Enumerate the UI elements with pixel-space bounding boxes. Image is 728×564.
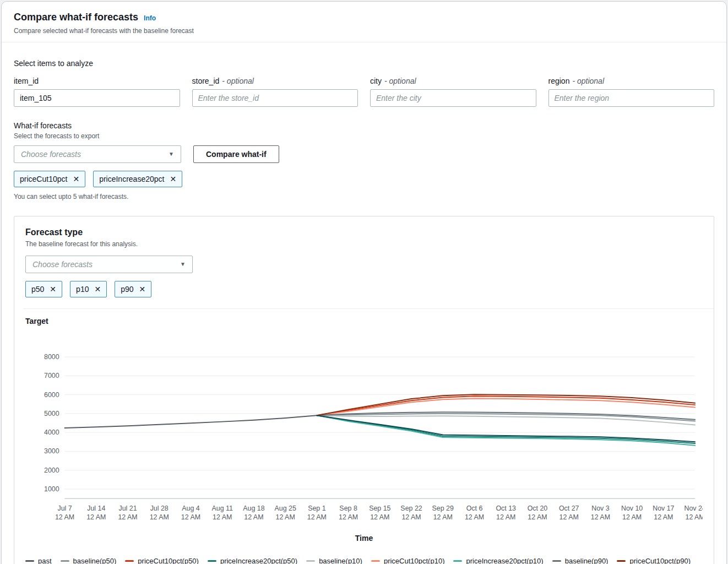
item-id-label: item_id (14, 77, 180, 85)
svg-text:Sep 1512 AM: Sep 1512 AM (369, 505, 390, 521)
legend-item-baseline(p50)[interactable]: baseline(p50) (61, 557, 117, 564)
legend-item-baseline(p90)[interactable]: baseline(p90) (552, 557, 609, 564)
legend-item-priceCut10pct(p50)[interactable]: priceCut10pct(p50) (125, 557, 199, 564)
caret-down-icon: ▼ (180, 262, 186, 267)
select-items-section-label: Select items to analyze (14, 59, 714, 68)
legend-swatch (617, 560, 626, 562)
caret-down-icon: ▼ (169, 151, 174, 157)
series-line-past (65, 415, 317, 428)
whatif-forecasts-select[interactable]: Choose forecasts ▼ (14, 145, 181, 163)
forecast-chart: 10002000300040005000600070008000Jul 712 … (25, 340, 703, 533)
store-id-label: store_id- optional (192, 77, 358, 85)
info-link[interactable]: Info (144, 14, 156, 22)
svg-text:Sep 112 AM: Sep 112 AM (307, 505, 327, 521)
item-id-field-group: item_id (14, 77, 180, 107)
legend-item-priceCut10pct(p90)[interactable]: priceCut10pct(p90) (617, 557, 691, 564)
legend-swatch (371, 560, 380, 562)
legend-label: priceIncrease20pct(p50) (220, 557, 297, 564)
legend-swatch (208, 560, 216, 562)
svg-text:8000: 8000 (44, 353, 59, 361)
page-content: Select items to analyze item_id store_id… (2, 42, 726, 564)
forecast-type-select-placeholder: Choose forecasts (32, 260, 93, 269)
store-id-input[interactable] (192, 89, 358, 107)
legend-swatch (61, 560, 69, 562)
series-line-priceIncrease20pct(p50) (317, 415, 695, 443)
city-label: city- optional (370, 77, 536, 85)
svg-text:6000: 6000 (44, 391, 59, 399)
svg-text:4000: 4000 (44, 429, 59, 436)
token-p50[interactable]: p50 ✕ (25, 281, 62, 297)
svg-text:Oct 2012 AM: Oct 2012 AM (528, 505, 548, 521)
region-field-group: region- optional (548, 77, 715, 107)
token-priceIncrease20pct[interactable]: priceIncrease20pct ✕ (93, 171, 182, 187)
legend-item-past[interactable]: past (25, 557, 52, 564)
dismiss-icon[interactable]: ✕ (94, 285, 101, 293)
panel-divider (23, 308, 714, 309)
page-header: Compare what-if forecasts Info Compare s… (2, 2, 726, 42)
svg-text:Aug 1112 AM: Aug 1112 AM (211, 505, 232, 521)
svg-text:2000: 2000 (44, 467, 59, 474)
forecast-type-panel: Forecast type The baseline forecast for … (14, 216, 714, 564)
dismiss-icon[interactable]: ✕ (170, 175, 176, 183)
svg-text:3000: 3000 (44, 447, 59, 455)
forecast-type-select[interactable]: Choose forecasts ▼ (25, 256, 193, 273)
whatif-select-placeholder: Choose forecasts (21, 150, 81, 159)
city-input[interactable] (370, 89, 536, 107)
svg-text:Oct 2712 AM: Oct 2712 AM (559, 505, 579, 521)
y-axis-title: Target (25, 317, 703, 326)
legend-swatch (453, 560, 462, 562)
dismiss-icon[interactable]: ✕ (73, 175, 79, 183)
legend-item-priceIncrease20pct(p10)[interactable]: priceIncrease20pct(p10) (453, 557, 543, 564)
svg-text:Aug 2512 AM: Aug 2512 AM (274, 505, 296, 521)
dismiss-icon[interactable]: ✕ (50, 285, 56, 293)
whatif-tokens: priceCut10pct ✕ priceIncrease20pct ✕ (14, 171, 714, 187)
svg-text:Aug 1812 AM: Aug 1812 AM (243, 505, 264, 521)
dismiss-icon[interactable]: ✕ (139, 285, 146, 293)
forecast-chart-svg: 10002000300040005000600070008000Jul 712 … (25, 340, 703, 533)
svg-text:Aug 412 AM: Aug 412 AM (181, 505, 200, 521)
svg-text:Sep 812 AM: Sep 812 AM (339, 505, 358, 521)
forecast-type-title: Forecast type (25, 227, 703, 237)
svg-text:Oct 612 AM: Oct 612 AM (465, 505, 484, 521)
legend-label: baseline(p10) (319, 557, 362, 564)
legend-item-priceCut10pct(p10)[interactable]: priceCut10pct(p10) (371, 557, 445, 564)
svg-text:Nov 2412 AM: Nov 2412 AM (684, 505, 703, 521)
token-constraint-text: You can select upto 5 what-if forecasts. (14, 193, 714, 200)
whatif-section-label: What-if forecasts (14, 121, 714, 130)
svg-text:Nov 312 AM: Nov 312 AM (591, 505, 610, 521)
legend-label: priceCut10pct(p10) (384, 557, 445, 564)
svg-text:Nov 1012 AM: Nov 1012 AM (621, 505, 643, 521)
legend-label: baseline(p90) (565, 557, 609, 564)
svg-text:7000: 7000 (44, 372, 59, 379)
svg-text:Nov 1712 AM: Nov 1712 AM (653, 505, 674, 521)
token-label: p50 (31, 285, 44, 294)
region-input[interactable] (548, 89, 715, 107)
legend-swatch (552, 560, 561, 562)
item-id-input[interactable] (14, 89, 180, 107)
token-priceCut10pct[interactable]: priceCut10pct ✕ (14, 171, 85, 187)
svg-text:Sep 2912 AM: Sep 2912 AM (432, 505, 454, 521)
legend-label: priceCut10pct(p90) (629, 557, 691, 564)
region-label: region- optional (548, 77, 715, 85)
svg-text:Jul 1412 AM: Jul 1412 AM (86, 505, 106, 521)
token-label: p10 (76, 285, 89, 294)
legend-swatch (25, 560, 34, 562)
legend-label: priceIncrease20pct(p10) (466, 557, 543, 564)
token-label: p90 (121, 285, 133, 294)
token-p90[interactable]: p90 ✕ (115, 281, 151, 297)
svg-text:Oct 1312 AM: Oct 1312 AM (496, 505, 516, 521)
svg-text:Jul 2812 AM: Jul 2812 AM (150, 505, 169, 521)
compare-what-if-button[interactable]: Compare what-if (193, 145, 279, 163)
legend-swatch (306, 560, 315, 562)
page-subtitle: Compare selected what-if forecasts with … (14, 27, 714, 35)
legend-item-priceIncrease20pct(p50)[interactable]: priceIncrease20pct(p50) (208, 557, 297, 564)
token-label: priceIncrease20pct (99, 175, 164, 183)
item-filter-fields: item_id store_id- optional city- optiona… (14, 77, 714, 107)
whatif-description: Select the forecasts to export (14, 132, 714, 140)
legend-item-baseline(p10)[interactable]: baseline(p10) (306, 557, 362, 564)
store-id-field-group: store_id- optional (192, 77, 358, 107)
token-p10[interactable]: p10 ✕ (70, 281, 107, 297)
legend-label: past (38, 557, 52, 564)
svg-text:Sep 2212 AM: Sep 2212 AM (400, 505, 422, 521)
svg-text:5000: 5000 (44, 410, 59, 417)
